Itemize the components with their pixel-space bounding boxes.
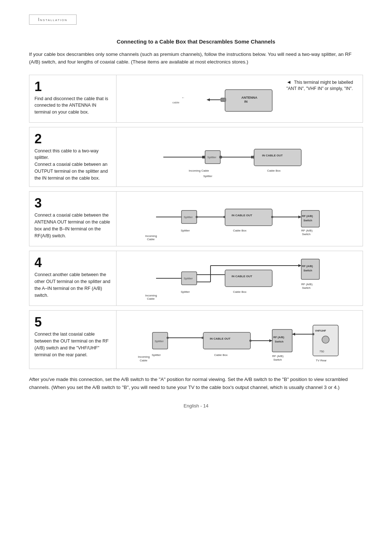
- note-arrow: ◄: [286, 79, 291, 86]
- svg-rect-66: [203, 332, 250, 349]
- svg-text:←: ←: [181, 96, 185, 99]
- header-label: Installation: [29, 15, 77, 25]
- step-1-text: Find and disconnect the cable that is co…: [34, 95, 110, 116]
- svg-text:RF (A/B): RF (A/B): [301, 283, 313, 286]
- step-1-number: 1: [34, 80, 110, 93]
- svg-marker-79: [269, 339, 272, 342]
- step-4-svg: Incoming Cable Splitter Splitter IN CABL…: [134, 255, 345, 302]
- svg-text:Splitter: Splitter: [181, 290, 190, 294]
- svg-text:Splitter: Splitter: [184, 277, 193, 280]
- step-2-left: 2 Connect this cable to a two-way splitt…: [29, 127, 117, 187]
- step-3-diagram: Incoming Cable Splitter Splitter IN CABL…: [117, 192, 363, 246]
- svg-text:Incoming: Incoming: [145, 234, 157, 238]
- svg-text:RF (A/B): RF (A/B): [302, 265, 313, 268]
- step-5-text: Connect the last coaxial cable between t…: [34, 331, 110, 358]
- svg-text:TV Rear: TV Rear: [316, 359, 327, 362]
- svg-text:Switch: Switch: [275, 340, 284, 343]
- svg-rect-53: [225, 270, 272, 287]
- svg-text:Cable: Cable: [147, 238, 155, 241]
- svg-text:Switch: Switch: [302, 233, 311, 236]
- step-4-left: 4 Connect another cable between the othe…: [29, 251, 117, 306]
- svg-text:Incoming: Incoming: [138, 355, 150, 358]
- svg-text:Cable: Cable: [140, 359, 147, 362]
- svg-text:RF (A/B): RF (A/B): [272, 354, 283, 358]
- step-1-container: 1 Find and disconnect the cable that is …: [29, 75, 363, 123]
- svg-text:RF (A/B): RF (A/B): [273, 336, 284, 339]
- svg-point-78: [249, 340, 252, 342]
- svg-text:RF (A/B): RF (A/B): [301, 229, 313, 232]
- svg-text:Splitter: Splitter: [207, 156, 216, 159]
- step-5-svg: Incoming Cable Splitter Splitter IN CABL…: [131, 314, 348, 365]
- step-5-container: 5 Connect the last coaxial cable between…: [29, 310, 363, 369]
- svg-text:Cable Box: Cable Box: [214, 353, 228, 357]
- svg-text:RF (A/B): RF (A/B): [302, 214, 313, 218]
- svg-text:ANTENNA: ANTENNA: [241, 96, 257, 99]
- svg-point-87: [312, 333, 314, 335]
- step-1-note: ◄ This terminal might be labelled "ANT I…: [286, 79, 359, 92]
- step-3-container: 3 Connect a coaxial cable between the AN…: [29, 191, 363, 246]
- svg-text:Incoming: Incoming: [145, 294, 157, 297]
- svg-text:Switch: Switch: [303, 269, 313, 272]
- step-3-left: 3 Connect a coaxial cable between the AN…: [29, 192, 117, 246]
- svg-text:Cable Box: Cable Box: [233, 290, 246, 294]
- step-2-diagram: Incoming Cable Splitter Splitter IN CABL…: [117, 127, 363, 187]
- step-5-number: 5: [34, 316, 110, 329]
- svg-marker-52: [298, 264, 301, 267]
- svg-text:Switch: Switch: [302, 286, 311, 290]
- section-title: Connecting to a Cable Box that Descrambl…: [29, 38, 363, 46]
- svg-text:cable: cable: [172, 101, 180, 104]
- svg-point-17: [219, 156, 222, 159]
- step-3-svg: Incoming Cable Splitter Splitter IN CABL…: [134, 195, 345, 242]
- svg-text:IN: IN: [244, 100, 248, 103]
- svg-text:Cable Box: Cable Box: [267, 169, 281, 172]
- step-5-diagram: Incoming Cable Splitter Splitter IN CABL…: [117, 311, 363, 369]
- svg-text:Splitter: Splitter: [155, 340, 164, 343]
- intro-text: If your cable box descrambles only some …: [29, 50, 363, 66]
- svg-marker-86: [292, 333, 295, 336]
- svg-text:Switch: Switch: [303, 219, 313, 222]
- step-2-container: 2 Connect this cable to a two-way splitt…: [29, 127, 363, 187]
- footer-text: After you've made this connection, set t…: [29, 376, 363, 391]
- svg-point-82: [322, 336, 329, 343]
- svg-text:VHF/UHF: VHF/UHF: [315, 329, 326, 332]
- svg-rect-19: [254, 149, 301, 166]
- svg-marker-5: [207, 98, 210, 101]
- step-3-text: Connect a coaxial cable between the ANTE…: [34, 212, 110, 239]
- svg-text:Splitter: Splitter: [181, 229, 190, 232]
- svg-text:Incoming Cable: Incoming Cable: [189, 169, 209, 172]
- svg-text:Cable: Cable: [147, 297, 155, 300]
- page-number: English - 14: [29, 402, 363, 410]
- step-2-text: Connect this cable to a two-way splitter…: [34, 148, 110, 182]
- svg-text:IN   CABLE   OUT: IN CABLE OUT: [232, 214, 252, 217]
- svg-point-70: [167, 337, 169, 339]
- svg-marker-36: [298, 216, 301, 218]
- svg-rect-3: [221, 98, 226, 102]
- note-text: This terminal might be labelled "ANT IN"…: [286, 80, 353, 91]
- svg-point-71: [201, 337, 204, 339]
- step-4-container: 4 Connect another cable between the othe…: [29, 251, 363, 306]
- svg-text:IN   CABLE   OUT: IN CABLE OUT: [232, 275, 252, 278]
- svg-point-35: [271, 216, 273, 218]
- step-2-svg: Incoming Cable Splitter Splitter IN CABL…: [142, 135, 338, 179]
- svg-text:Cable Box: Cable Box: [233, 229, 246, 232]
- step-1-diagram: ◄ This terminal might be labelled "ANT I…: [117, 75, 363, 122]
- svg-text:Splitter: Splitter: [184, 216, 193, 219]
- step-4-diagram: Incoming Cable Splitter Splitter IN CABL…: [117, 251, 363, 306]
- step-2-number: 2: [34, 132, 110, 145]
- svg-rect-31: [225, 209, 272, 226]
- svg-text:Splitter: Splitter: [152, 353, 161, 357]
- svg-text:IN   CABLE   OUT: IN CABLE OUT: [262, 154, 283, 157]
- svg-rect-0: [225, 90, 272, 111]
- page-header: Installation: [29, 15, 363, 38]
- svg-text:75Ω: 75Ω: [319, 350, 324, 353]
- svg-text:Switch: Switch: [273, 358, 282, 361]
- step-4-text: Connect another cable between the other …: [34, 271, 110, 299]
- step-5-left: 5 Connect the last coaxial cable between…: [29, 311, 117, 369]
- step-4-number: 4: [34, 256, 110, 269]
- svg-text:Splitter: Splitter: [203, 175, 212, 178]
- step-1-left: 1 Find and disconnect the cable that is …: [29, 75, 117, 122]
- svg-text:IN   CABLE   OUT: IN CABLE OUT: [210, 337, 230, 340]
- step-3-number: 3: [34, 197, 110, 210]
- svg-point-29: [196, 216, 198, 218]
